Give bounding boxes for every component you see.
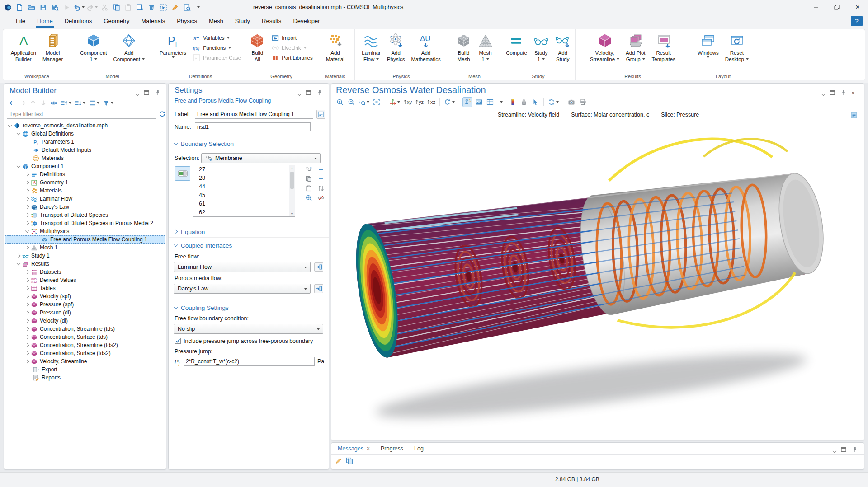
expand-toggle[interactable] [25,173,29,176]
expand-toggle[interactable] [25,205,29,209]
sort-desc-button[interactable] [75,98,85,108]
tree-item[interactable]: PiParameters 1 [5,138,165,146]
menu-tab-study[interactable]: Study [229,14,256,28]
ribbon-parameters-button[interactable]: PiParameters [156,33,189,59]
tree-item[interactable]: Mesh 1 [5,244,165,252]
copy-button[interactable] [111,2,121,13]
ribbon-livelink-button[interactable]: LiveLink [272,44,312,52]
paste-button[interactable] [123,2,133,13]
panel-pin-button[interactable] [840,89,847,98]
add-entity-button[interactable] [316,165,326,173]
plot-settings-button[interactable] [496,97,506,107]
tree-item[interactable]: reverse_osmosis_desalination.mph [5,122,165,130]
menu-tab-results[interactable]: Results [256,14,287,28]
expand-toggle[interactable] [25,303,29,306]
tree-item[interactable]: Materials [5,187,165,195]
rename-button[interactable] [316,110,326,119]
select-box-button[interactable] [158,2,168,13]
section-coupling-settings[interactable]: Coupling Settings [169,300,329,312]
ribbon-add-material-button[interactable]: AddMaterial [323,33,348,63]
tree-item[interactable]: Concentration, Surface (tds) [5,333,165,341]
collapse-toggle[interactable] [25,229,29,232]
notes-icon[interactable] [850,112,858,119]
selection-entity[interactable]: 44 [193,183,295,191]
tree-item[interactable]: Velocity (dl) [5,317,165,325]
show-eye-button[interactable] [50,98,57,108]
expand-toggle[interactable] [25,213,29,217]
environment-button[interactable] [474,97,484,107]
duplicate-button[interactable] [135,2,145,13]
tab-log[interactable]: Log [409,443,429,454]
tree-item[interactable]: Pressure (spf) [5,300,165,309]
menu-tab-mesh[interactable]: Mesh [203,14,229,28]
menu-tab-definitions[interactable]: Definitions [59,14,98,28]
tree-item[interactable]: Export [5,365,165,374]
minimize-button[interactable] [806,0,826,14]
panel-collapse-button[interactable] [136,90,139,97]
undo-button[interactable] [73,2,85,13]
ribbon-build-all-button[interactable]: BuildAll [246,33,268,63]
expand-toggle[interactable] [25,360,29,363]
ribbon-mesh-1-button[interactable]: Mesh1 [475,33,496,63]
ribbon-functions-button[interactable]: f(x)Functions [193,44,241,52]
section-equation[interactable]: Equation [169,224,329,236]
highlight-button[interactable] [170,2,180,13]
expand-toggle[interactable] [25,343,29,347]
open-file-button[interactable] [26,2,36,13]
tree-item[interactable]: AGeometry 1 [5,178,165,187]
ribbon-variables-button[interactable]: a=Variables [193,34,241,42]
list-scrollbar[interactable]: ▲ ▼ [289,165,295,216]
ribbon-import-button[interactable]: Import [272,34,312,42]
tab-progress[interactable]: Progress [375,443,409,454]
create-selection-button[interactable] [304,165,313,173]
panel-collapse-button[interactable] [833,447,836,454]
paste-selection-button[interactable] [304,184,313,192]
ribbon-add-study-button[interactable]: AddStudy [552,33,574,63]
print-button[interactable] [578,97,588,107]
panel-float-button[interactable] [143,89,150,98]
remove-entity-button[interactable] [316,175,326,183]
menu-tab-developer[interactable]: Developer [287,14,326,28]
panel-pin-button[interactable] [851,446,859,454]
ribbon-velocity-streamline-button[interactable]: Velocity,Streamline [587,33,623,63]
scene-light-button[interactable] [462,97,472,107]
color-legend-button[interactable] [508,97,518,107]
label-input[interactable] [195,110,313,119]
panel-pin-button[interactable] [316,89,323,98]
tree-item[interactable]: Concentration, Streamline (tds) [5,325,165,333]
expand-toggle[interactable] [25,246,29,249]
zoom-extents-button[interactable] [372,97,382,107]
expand-toggle[interactable] [25,351,29,355]
collapse-toggle[interactable] [17,261,20,265]
tree-item[interactable]: 8.85e-12Derived Values [5,276,165,284]
tree-item[interactable]: Laminar Flow [5,195,165,203]
select-entities-button[interactable] [530,97,540,107]
panel-float-button[interactable] [305,89,312,98]
tab-messages[interactable]: Messages× [332,443,375,454]
tree-item[interactable]: Pressure (dl) [5,309,165,317]
close-button[interactable]: × [847,0,868,14]
pressure-jump-input[interactable] [184,357,315,366]
view-xy-button[interactable]: xy [402,97,413,107]
pressure-jump-checkbox[interactable] [175,338,181,344]
tree-item[interactable]: Datasets [5,268,165,276]
tree-item[interactable]: Definitions [5,170,165,178]
play-button[interactable] [61,2,71,13]
ribbon-laminar-flow-button[interactable]: LaminarFlow [359,33,384,63]
restore-button[interactable] [826,0,847,14]
bc-combo[interactable]: No slip [174,324,323,334]
expand-toggle[interactable] [25,270,29,274]
ribbon-study-1-button[interactable]: Study1 [530,33,552,63]
new-file-button[interactable] [14,2,24,13]
name-input[interactable] [195,122,311,131]
active-toggle-button[interactable] [175,166,190,181]
selection-entity[interactable]: 27 [193,165,295,174]
expand-toggle[interactable] [25,286,29,290]
tree-item[interactable]: Transport of Diluted Species [5,211,165,219]
ribbon-application-builder-button[interactable]: AApplicationBuilder [8,33,39,63]
tree-item[interactable]: Global Definitions [5,130,165,138]
menu-tab-geometry[interactable]: Geometry [98,14,135,28]
copy-selection-button[interactable] [304,175,313,183]
selection-entity[interactable]: 62 [193,208,295,217]
go-to-darcy-button[interactable] [314,284,323,293]
